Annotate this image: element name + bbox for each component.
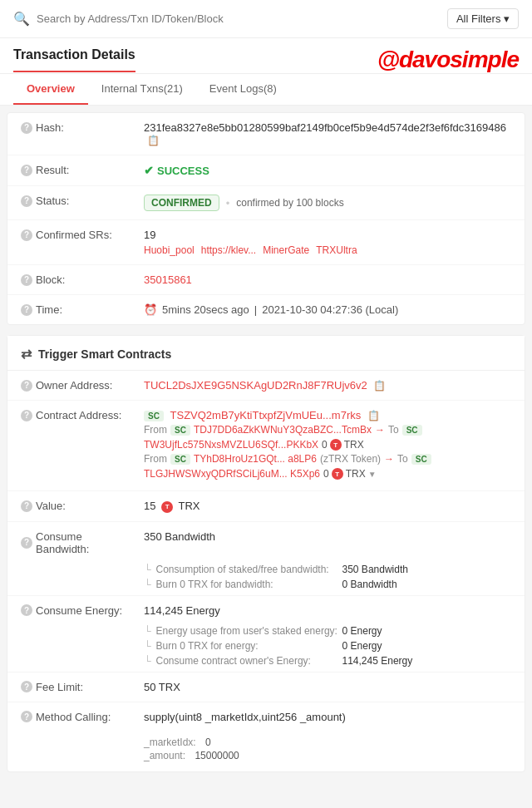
time-help-icon: ? <box>21 304 32 316</box>
fee-limit-value: 50 TRX <box>144 681 511 693</box>
block-value: 35015861 <box>144 273 511 286</box>
hash-value: 231fea8327e8e5bb01280599baf2149fb0cef5b9… <box>144 121 511 146</box>
contract-address-label: ? Contract Address: <box>21 409 137 421</box>
result-value: ✔ SUCCESS <box>144 164 511 177</box>
time-absolute: 2021-10-30 04:27:36 (Local) <box>262 303 398 316</box>
bandwidth-help-icon: ? <box>21 537 32 549</box>
owner-copy-icon[interactable]: 📋 <box>373 380 386 392</box>
block-link[interactable]: 35015861 <box>144 273 192 286</box>
status-label: ? Status: <box>21 195 137 207</box>
sr-chip-1[interactable]: Huobi_pool <box>144 244 195 256</box>
energy-value: 114,245 Energy <box>144 604 511 617</box>
srs-help-icon: ? <box>21 229 32 241</box>
energy-help-icon: ? <box>21 604 32 616</box>
chevron-down-icon[interactable]: ▼ <box>368 470 377 479</box>
energy-sub2: └ Burn 0 TRX for energy: 0 Energy <box>144 638 511 653</box>
confirmed-badge: CONFIRMED <box>144 195 219 211</box>
block-row: ? Block: 35015861 <box>7 265 525 295</box>
success-check-icon: ✔ <box>144 164 154 177</box>
from-to-row-1: From SC TDJ7DD6aZkKWNuY3QzaBZC...TcmBx →… <box>144 424 511 451</box>
confirmed-srs-value: 19 Huobi_pool https://klev... MinerGate … <box>144 229 511 256</box>
hash-help-icon: ? <box>21 122 32 134</box>
fee-limit-label: ? Fee Limit: <box>21 681 137 693</box>
sr-chip-2[interactable]: https://klev... <box>201 244 256 256</box>
result-help-icon: ? <box>21 165 32 176</box>
from-label-1: From <box>144 424 167 436</box>
search-input[interactable] <box>37 12 441 25</box>
sr-chip-4[interactable]: TRXUltra <box>316 244 357 256</box>
search-bar: 🔍 All Filters ▾ <box>0 0 532 38</box>
confirmed-srs-row: ? Confirmed SRs: 19 Huobi_pool https://k… <box>7 220 525 265</box>
owner-address-value: TUCL2DsJXE9G5NSKAgUD2RnJ8F7RUjv6v2 📋 <box>144 379 511 392</box>
arrow-icon-2: → <box>384 453 394 465</box>
sc-badge-contract: SC <box>144 411 164 421</box>
from-addr-1[interactable]: TDJ7DD6aZkKWNuY3QzaBZC...TcmBx <box>194 424 372 436</box>
owner-address-row: ? Owner Address: TUCL2DsJXE9G5NSKAgUD2Rn… <box>7 371 525 401</box>
block-help-icon: ? <box>21 274 32 286</box>
tab-overview[interactable]: Overview <box>13 74 88 105</box>
energy-label: ? Consume Energy: <box>21 604 137 617</box>
from-addr-2[interactable]: TYhD8HroUz1GQt... a8LP6 <box>194 453 317 465</box>
sub-bullet-2: └ <box>144 579 151 590</box>
time-label: ? Time: <box>21 303 137 316</box>
tab-internal-txns[interactable]: Internal Txns(21) <box>88 74 196 105</box>
sub-bullet-e3: └ <box>144 655 151 667</box>
owner-help-icon: ? <box>21 380 32 392</box>
to-addr-2[interactable]: TLGJHWSWxyQDRfSCiLj6uM... K5Xp6 <box>144 468 320 480</box>
search-icon: 🔍 <box>13 11 30 27</box>
token-label-2: TRX <box>346 468 366 480</box>
contract-address-link[interactable]: TSZVQ2mB7yKtiTtxpfZjVmUEu...m7rks <box>170 409 362 421</box>
sr-chips: Huobi_pool https://klev... MinerGate TRX… <box>144 244 511 256</box>
time-row: ? Time: ⏰ 5mins 20secs ago | 2021-10-30 … <box>7 295 525 324</box>
energy-sub3: └ Consume contract owner's Energy: 114,2… <box>144 653 511 668</box>
bandwidth-label: ? Consume Bandwidth: <box>21 530 137 555</box>
method-signature: supply(uint8 _marketIdx,uint256 _amount) <box>144 711 511 723</box>
method-param2: _amount: 15000000 <box>144 750 511 761</box>
result-label: ? Result: <box>21 164 137 176</box>
bandwidth-sub1: └ Consumption of staked/free bandwidth: … <box>144 562 511 577</box>
sub-bullet-e1: └ <box>144 625 151 637</box>
method-label: ? Method Calling: <box>21 711 137 723</box>
contract-help-icon: ? <box>21 410 32 421</box>
smart-contract-card: ⇄ Trigger Smart Contracts ? Owner Addres… <box>7 335 525 772</box>
hash-row: ? Hash: 231fea8327e8e5bb01280599baf2149f… <box>7 113 525 155</box>
bandwidth-sub2: └ Burn 0 TRX for bandwidth: 0 Bandwidth <box>144 577 511 592</box>
time-relative: 5mins 20secs ago <box>162 303 249 316</box>
owner-address-link[interactable]: TUCL2DsJXE9G5NSKAgUD2RnJ8F7RUjv6v2 <box>144 379 367 392</box>
watermark: @davosimple <box>377 47 519 73</box>
bandwidth-row: ? Consume Bandwidth: 350 Bandwidth └ Con… <box>7 522 525 596</box>
contract-address-row: ? Contract Address: SC TSZVQ2mB7yKtiTtxp… <box>7 401 525 491</box>
contract-copy-icon[interactable]: 📋 <box>367 410 380 421</box>
result-row: ? Result: ✔ SUCCESS <box>7 155 525 186</box>
status-value: CONFIRMED • confirmed by 100 blocks <box>144 195 511 211</box>
section-title: Trigger Smart Contracts <box>38 347 171 361</box>
sc-badge-to2: SC <box>411 454 431 465</box>
arrow-icon-1: → <box>375 424 385 436</box>
page-header: Transaction Details @davosimple <box>0 38 532 74</box>
hash-label: ? Hash: <box>21 121 137 134</box>
energy-row: ? Consume Energy: 114,245 Energy └ Energ… <box>7 596 525 673</box>
filter-button[interactable]: All Filters ▾ <box>447 8 519 29</box>
page-title: Transaction Details <box>13 47 135 72</box>
to-label-1: To <box>388 424 399 436</box>
to-addr-1[interactable]: TW3UjfLc575NxsMVZLU6SQf...PKKbX <box>144 439 318 451</box>
tab-event-logs[interactable]: Event Logs(8) <box>196 74 290 105</box>
from-label-2: From <box>144 453 167 465</box>
sc-badge-from2: SC <box>170 454 190 465</box>
sub-bullet-e2: └ <box>144 640 151 652</box>
tabs: Overview Internal Txns(21) Event Logs(8) <box>0 74 532 106</box>
trx-icon-1: T <box>330 439 342 451</box>
method-param1: _marketIdx: 0 <box>144 737 511 748</box>
hash-copy-icon[interactable]: 📋 <box>147 135 160 146</box>
dot-divider: • <box>226 197 230 209</box>
clock-icon: ⏰ <box>144 303 157 316</box>
time-separator: | <box>254 303 257 316</box>
sr-chip-3[interactable]: MinerGate <box>263 244 309 256</box>
trx-icon-2: T <box>332 468 343 480</box>
time-value: ⏰ 5mins 20secs ago | 2021-10-30 04:27:36… <box>144 303 511 316</box>
bandwidth-value: 350 Bandwidth <box>144 530 511 555</box>
fee-limit-row: ? Fee Limit: 50 TRX <box>7 673 525 702</box>
method-help-icon: ? <box>21 711 32 722</box>
value-label: ? Value: <box>21 500 137 512</box>
trx-icon-value: T <box>161 501 173 513</box>
